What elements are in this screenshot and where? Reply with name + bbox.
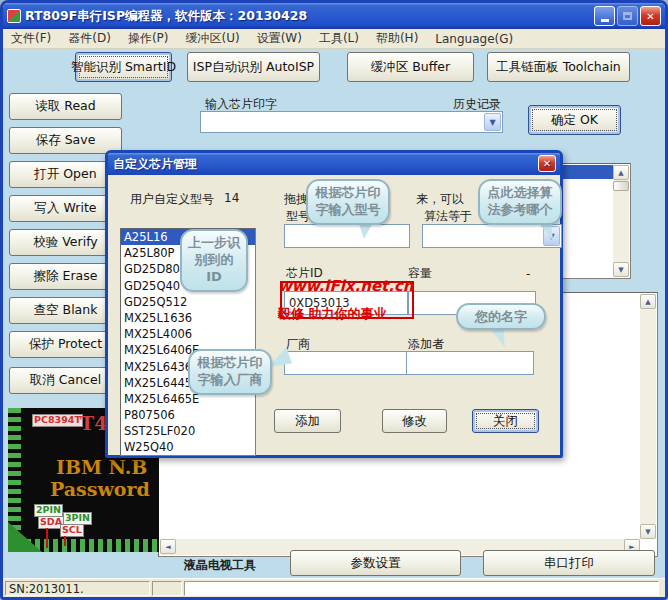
menu-item[interactable]: 器件(D) [68,30,111,47]
chip-id-input[interactable] [284,291,408,315]
dialog-body: 用户自定义型号 14 拖拽其 来，可以 A25L16A25L80PGD25D80… [108,175,560,455]
adder-input[interactable] [406,351,534,375]
scroll-up-icon[interactable]: ▲ [640,294,656,309]
chip-list-item[interactable]: SST25LF020 [121,423,255,439]
chip-list-item[interactable]: MX25L4006 [121,326,255,342]
lcd-tools-label: 液晶电视工具 [184,557,256,574]
chip-text-line1: IBM N.B [56,456,147,478]
chevron-down-icon[interactable]: ▼ [484,113,501,131]
toolchain-button[interactable]: 工具链面板 Toolchain [487,52,630,82]
chip-badge-label: PC8394T [32,414,83,427]
dialog-title-bar: 自定义芯片管理 ✕ [108,153,560,175]
minimize-icon [601,19,609,22]
modify-button[interactable]: 修改 [382,409,447,433]
callout-model-hint: 根据芯片印字输入型号 [306,179,390,225]
log-vscrollbar[interactable]: ▲ ▼ [640,294,656,539]
chip-list-item[interactable]: MX25L1636 [121,310,255,326]
param-settings-button[interactable]: 参数设置 [290,550,461,576]
chip-list-item[interactable]: W25Q40 [121,439,255,455]
maximize-button[interactable] [617,6,638,26]
title-bar: RT809F串行ISP编程器，软件版本：20130428 ✕ [3,3,665,29]
menu-item[interactable]: 操作(P) [128,30,169,47]
dialog-close-action-button[interactable]: 关闭 [472,409,539,433]
callout-name-hint: 您的名字 [456,303,546,330]
callout-id-hint: 上一步识别到的ID [180,229,248,292]
chip-marking-combobox[interactable]: ▼ [200,111,503,133]
candidate-scrollbar[interactable]: ▲ ▼ [613,165,629,277]
menu-item[interactable]: Language(G) [435,32,513,46]
model-input[interactable] [284,224,410,248]
scroll-down-icon[interactable]: ▼ [613,262,629,277]
menu-item[interactable]: 帮助(H) [376,30,418,47]
operation-button[interactable]: 保存 Save [9,127,122,154]
serial-number-field: SN:2013011. [5,581,150,596]
close-icon: ✕ [646,11,654,22]
menu-item[interactable]: 工具(L) [319,30,359,47]
menu-bar: 文件(F)器件(D)操作(P)缓冲区(U)设置(W)工具(L)帮助(H)Lang… [3,29,665,49]
menu-item[interactable]: 文件(F) [11,30,51,47]
dialog-title: 自定义芯片管理 [113,156,197,173]
serial-print-button[interactable]: 串口打印 [483,550,655,576]
app-window: RT809F串行ISP编程器，软件版本：20130428 ✕ 文件(F)器件(D… [0,0,668,600]
scroll-down-icon[interactable]: ▼ [640,524,656,539]
chip-id-label: 芯片ID [286,265,323,282]
scl-label: SCL [60,524,84,537]
chip-list-item[interactable]: P807506 [121,407,255,423]
maximize-icon [623,12,632,20]
scroll-left-icon[interactable]: ◄ [160,539,176,554]
minimize-button[interactable] [594,6,615,26]
status-segment [152,581,182,596]
app-icon [7,9,21,23]
status-message-field [184,581,659,596]
close-icon: ✕ [543,158,551,169]
close-button[interactable]: ✕ [640,6,661,26]
sda-pointer-line [46,528,48,548]
custom-count-label: 用户自定义型号 [130,191,214,208]
autoisp-button[interactable]: ISP自动识别 AutoISP [187,52,320,82]
scl-pointer-line [64,536,66,546]
callout-algorithm-hint: 点此选择算法参考哪个 [478,179,562,225]
algorithm-label: 算法等于 [424,208,472,225]
smartid-button[interactable]: 智能识别 SmartID [75,52,172,82]
capacity-label: 容量 [408,265,432,282]
scroll-up-icon[interactable]: ▲ [613,165,629,180]
chip-list-item[interactable]: GD25Q512 [121,294,255,310]
custom-chip-dialog: 自定义芯片管理 ✕ 用户自定义型号 14 拖拽其 来，可以 A25L16A25L… [105,150,563,458]
ok-button[interactable]: 确定 OK [528,105,621,135]
menu-item[interactable]: 缓冲区(U) [185,30,239,47]
chip-text-line2: Password [50,478,150,500]
pin3-label: 3PIN [63,512,92,525]
vendor-input[interactable] [284,351,410,375]
buffer-button[interactable]: 缓冲区 Buffer [347,52,474,82]
scroll-thumb[interactable] [613,181,629,191]
operation-button[interactable]: 读取 Read [9,93,122,120]
callout-vendor-hint: 根据芯片印字输入厂商 [188,349,272,395]
capacity-dash: - [526,267,530,281]
dialog-close-button[interactable]: ✕ [538,155,556,172]
status-bar: SN:2013011. [3,578,665,597]
custom-count-value: 14 [224,191,239,205]
pin2-label: 2PIN [34,504,63,517]
pcb-corner [8,522,42,552]
menu-item[interactable]: 设置(W) [257,30,302,47]
window-title: RT809F串行ISP编程器，软件版本：20130428 [25,8,592,25]
add-button[interactable]: 添加 [274,409,341,433]
drag-hint-fragment-right: 来，可以 [416,191,464,208]
